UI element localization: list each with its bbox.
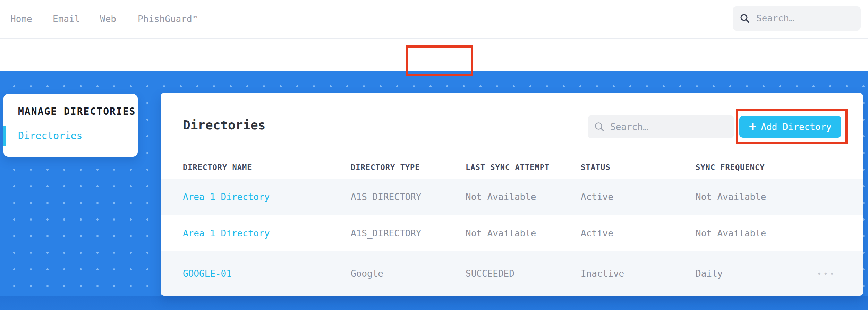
page-background: MANAGE DIRECTORIES Directories Directori… bbox=[0, 71, 868, 310]
directory-name-link[interactable]: Area 1 Directory bbox=[183, 228, 270, 239]
nav-item-home[interactable]: Home bbox=[10, 14, 32, 24]
directories-search-box[interactable] bbox=[588, 115, 734, 138]
sidebar-heading: MANAGE DIRECTORIES bbox=[18, 106, 136, 117]
annotation-box-add-directory bbox=[736, 109, 848, 144]
table-row: Area 1 Directory A1S_DIRECTORY Not Avail… bbox=[161, 179, 863, 215]
directory-type-cell: A1S_DIRECTORY bbox=[351, 192, 422, 202]
sync-frequency-cell: Not Available bbox=[696, 228, 766, 239]
column-status: STATUS bbox=[581, 163, 610, 172]
table-row: Area 1 Directory A1S_DIRECTORY Not Avail… bbox=[161, 215, 863, 251]
directory-type-cell: A1S_DIRECTORY bbox=[351, 228, 422, 239]
column-directory-name: DIRECTORY NAME bbox=[183, 163, 252, 172]
directory-name-link[interactable]: Area 1 Directory bbox=[183, 192, 270, 202]
directories-search-input[interactable] bbox=[610, 122, 714, 132]
page-title: Directories bbox=[183, 118, 265, 132]
annotation-box-directories-tab bbox=[406, 45, 473, 76]
last-sync-cell: Not Available bbox=[466, 192, 536, 202]
last-sync-cell: SUCCEEDED bbox=[466, 268, 514, 279]
search-icon bbox=[594, 122, 605, 132]
column-last-sync: LAST SYNC ATTEMPT bbox=[466, 163, 550, 172]
status-cell: Inactive bbox=[581, 268, 624, 279]
status-cell: Active bbox=[581, 228, 613, 239]
more-actions-icon[interactable]: ••• bbox=[817, 269, 836, 278]
status-cell: Active bbox=[581, 192, 613, 202]
sidebar-item-directories[interactable]: Directories bbox=[18, 130, 82, 141]
sync-frequency-cell: Daily bbox=[696, 268, 723, 279]
directory-name-link[interactable]: GOOGLE-01 bbox=[183, 268, 232, 279]
column-sync-frequency: SYNC FREQUENCY bbox=[696, 163, 765, 172]
global-search-box[interactable] bbox=[733, 6, 861, 31]
search-icon bbox=[740, 13, 750, 24]
last-sync-cell: Not Available bbox=[466, 228, 536, 239]
global-search-input[interactable] bbox=[756, 13, 840, 24]
nav-item-web[interactable]: Web bbox=[100, 14, 116, 24]
manage-directories-card: MANAGE DIRECTORIES Directories bbox=[3, 94, 138, 157]
sync-frequency-cell: Not Available bbox=[696, 192, 766, 202]
background-bottom-band bbox=[0, 296, 868, 310]
nav-item-email[interactable]: Email bbox=[53, 14, 80, 24]
top-navigation-bar: Home Email Web PhishGuard™ bbox=[0, 0, 868, 38]
column-directory-type: DIRECTORY TYPE bbox=[351, 163, 420, 172]
active-sidebar-indicator bbox=[3, 126, 6, 146]
table-header: DIRECTORY NAME DIRECTORY TYPE LAST SYNC … bbox=[161, 160, 863, 179]
directory-type-cell: Google bbox=[351, 268, 383, 279]
table-row: GOOGLE-01 Google SUCCEEDED Inactive Dail… bbox=[161, 251, 863, 296]
nav-item-phishguard[interactable]: PhishGuard™ bbox=[138, 14, 197, 24]
